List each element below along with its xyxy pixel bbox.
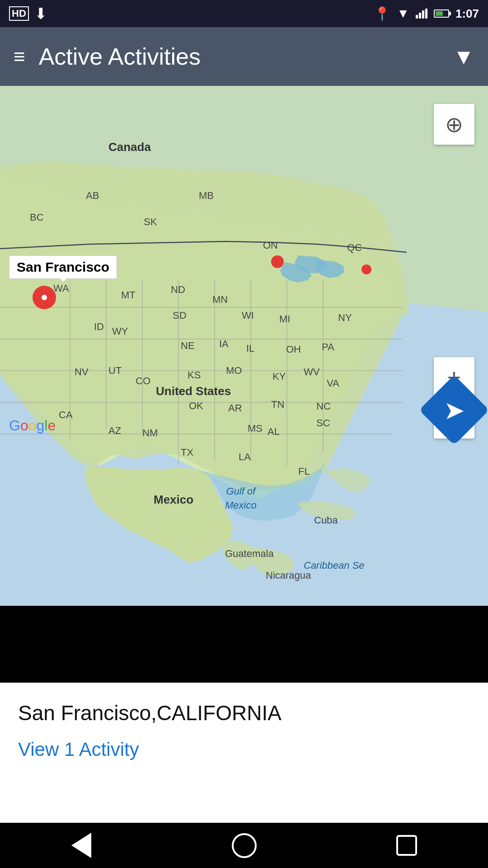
my-location-button[interactable]: ⊕ — [434, 104, 474, 145]
back-icon — [71, 833, 91, 858]
wifi-icon: ▼ — [397, 6, 409, 21]
status-bar: HD ⬇ 📍 ▼ 1:07 — [0, 0, 488, 27]
map-tooltip[interactable]: San Francisco — [9, 255, 117, 279]
signal-icon — [416, 9, 427, 19]
recents-button[interactable] — [391, 830, 422, 861]
menu-button[interactable]: ≡ — [14, 47, 25, 66]
download-icon: ⬇ — [34, 5, 47, 23]
map-container[interactable]: Canada AB MB ON QC BC SK WA ID MT ND MN … — [0, 86, 488, 606]
san-francisco-pin[interactable] — [31, 285, 58, 323]
bottom-panel: San Francisco,CALIFORNIA View 1 Activity — [0, 683, 488, 823]
hd-icon: HD — [9, 6, 29, 21]
app-bar: ≡ Active Activities ▼ — [0, 27, 488, 86]
navigate-icon: ➤ — [444, 396, 465, 425]
view-activity-link[interactable]: View 1 Activity — [18, 739, 470, 760]
home-icon — [232, 833, 257, 858]
status-time: 1:07 — [455, 7, 479, 21]
home-button[interactable] — [228, 830, 260, 861]
bottom-navigation — [0, 823, 488, 868]
activity-dot-ny[interactable] — [361, 264, 371, 274]
svg-point-17 — [42, 295, 47, 300]
status-right-icons: 📍 ▼ 1:07 — [374, 6, 479, 22]
status-left-icons: HD ⬇ — [9, 5, 47, 23]
google-logo: Google — [9, 417, 56, 434]
location-name: San Francisco,CALIFORNIA — [18, 701, 470, 725]
page-title: Active Activities — [39, 43, 201, 70]
recents-icon — [396, 835, 417, 856]
activity-dot-wi[interactable] — [271, 255, 284, 268]
battery-icon — [434, 9, 449, 18]
location-pin-icon: 📍 — [374, 6, 390, 22]
app-bar-left: ≡ Active Activities — [14, 43, 201, 70]
filter-button[interactable]: ▼ — [453, 44, 474, 69]
crosshair-icon: ⊕ — [445, 112, 463, 137]
back-button[interactable] — [66, 830, 97, 861]
map-svg — [0, 86, 488, 606]
